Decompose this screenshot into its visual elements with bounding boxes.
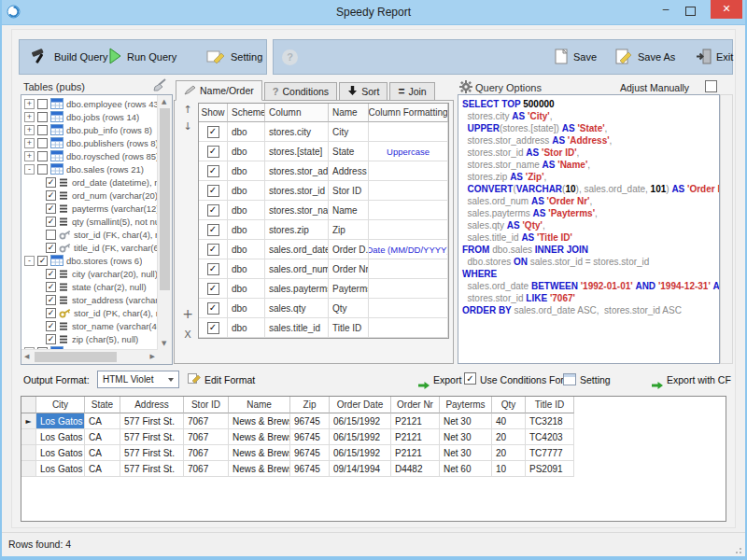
tree-checkbox[interactable] xyxy=(37,164,48,175)
results-cell[interactable]: 06/15/1992 xyxy=(330,413,391,429)
tree-checkbox[interactable] xyxy=(46,308,56,318)
show-checkbox[interactable] xyxy=(207,185,219,197)
move-up-button[interactable]: ↑ xyxy=(179,104,196,116)
row-selector[interactable]: ► xyxy=(21,413,36,429)
results-cell[interactable]: 577 First St. xyxy=(120,461,184,477)
results-column-header[interactable]: Title ID xyxy=(526,397,574,413)
results-cell[interactable]: CA xyxy=(85,445,120,461)
name-cell[interactable]: Qty xyxy=(329,299,369,318)
results-cell[interactable]: Los Gatos xyxy=(36,413,85,429)
tree-checkbox[interactable] xyxy=(46,282,56,292)
results-cell[interactable]: PS2091 xyxy=(526,461,574,477)
tree-item-column[interactable]: stor_id (PK, char(4), nc xyxy=(22,306,157,319)
results-cell[interactable]: Net 30 xyxy=(440,429,492,445)
tree-checkbox[interactable] xyxy=(46,177,56,188)
tab-join[interactable]: =Join xyxy=(389,82,434,101)
results-column-header[interactable]: Address xyxy=(120,397,184,413)
tree-checkbox[interactable] xyxy=(46,243,56,253)
formatting-cell[interactable] xyxy=(369,318,448,338)
results-cell[interactable]: 20 xyxy=(492,429,526,445)
tree-checkbox[interactable] xyxy=(46,230,56,240)
results-column-header[interactable]: Payterms xyxy=(440,397,492,413)
results-cell[interactable]: 09/14/1994 xyxy=(330,461,391,477)
minimize-button[interactable]: – xyxy=(655,1,676,20)
tree-item-table[interactable]: +dbo.jobs (rows 14) xyxy=(22,110,157,123)
show-checkbox[interactable] xyxy=(207,224,219,236)
tree-hscroll-thumb[interactable] xyxy=(35,352,117,362)
formatting-cell[interactable]: Uppercase xyxy=(369,142,448,161)
formatting-cell[interactable] xyxy=(369,279,448,299)
results-cell[interactable]: Net 60 xyxy=(440,461,492,477)
results-cell[interactable]: Net 30 xyxy=(440,413,492,429)
adjust-manually-checkbox[interactable] xyxy=(705,80,717,92)
show-checkbox[interactable] xyxy=(207,126,219,138)
results-cell[interactable]: Net 30 xyxy=(440,445,492,461)
show-cell[interactable] xyxy=(199,279,228,299)
scheme-cell[interactable]: dbo xyxy=(228,142,265,161)
show-checkbox[interactable] xyxy=(207,322,219,334)
results-cell[interactable]: 96745 xyxy=(290,461,330,477)
show-cell[interactable] xyxy=(199,181,228,201)
column-cell[interactable]: sales.ord_date xyxy=(265,240,329,259)
scheme-cell[interactable]: dbo xyxy=(228,201,265,220)
tree-checkbox[interactable] xyxy=(46,295,56,305)
results-column-header[interactable]: State xyxy=(85,397,120,413)
results-cell[interactable]: 7067 xyxy=(184,461,229,477)
results-cell[interactable]: Los Gatos xyxy=(36,461,85,477)
results-cell[interactable]: P2121 xyxy=(391,445,440,461)
column-cell[interactable]: sales.title_id xyxy=(265,318,329,338)
results-cell[interactable]: 7067 xyxy=(184,445,229,461)
results-column-header[interactable]: City xyxy=(36,397,85,413)
run-query-button[interactable]: Run Query xyxy=(108,40,176,74)
show-cell[interactable] xyxy=(199,299,228,318)
maximize-button[interactable] xyxy=(680,1,700,20)
show-cell[interactable] xyxy=(199,318,228,338)
results-cell[interactable]: 577 First St. xyxy=(120,445,184,461)
tree-item-column[interactable]: ord_num (varchar(20), xyxy=(22,189,157,202)
tree-checkbox[interactable] xyxy=(37,112,48,122)
results-column-header[interactable]: Name xyxy=(229,397,290,413)
results-cell[interactable]: 20 xyxy=(492,445,526,461)
results-cell[interactable]: 577 First St. xyxy=(120,429,184,445)
scheme-cell[interactable]: dbo xyxy=(228,240,265,259)
column-cell[interactable]: stores.zip xyxy=(265,220,329,240)
results-column-header[interactable]: Qty xyxy=(492,397,526,413)
show-checkbox[interactable] xyxy=(207,204,219,217)
results-column-header[interactable]: Stor ID xyxy=(184,397,229,413)
show-cell[interactable] xyxy=(199,122,228,142)
edit-format-button[interactable]: Edit Format xyxy=(204,374,255,385)
add-row-button[interactable]: + xyxy=(179,306,196,321)
tree-checkbox[interactable] xyxy=(46,203,56,214)
exit-button[interactable]: Exit xyxy=(696,40,733,74)
tree-horizontal-scrollbar[interactable]: ◀ ▶ xyxy=(21,349,158,364)
scroll-right-icon[interactable]: ▶ xyxy=(150,353,155,360)
scroll-down-icon[interactable]: ▼ xyxy=(162,340,166,347)
show-checkbox[interactable] xyxy=(207,165,219,177)
name-cell[interactable]: Payterms xyxy=(329,279,369,299)
name-cell[interactable]: State xyxy=(329,142,369,161)
format-setting-button[interactable]: Setting xyxy=(580,374,611,385)
show-checkbox[interactable] xyxy=(207,146,219,158)
results-cell[interactable]: News & Brews xyxy=(229,461,290,477)
tree-checkbox[interactable] xyxy=(46,190,56,201)
show-checkbox[interactable] xyxy=(207,244,219,256)
results-cell[interactable]: 06/15/1992 xyxy=(330,429,391,445)
show-checkbox[interactable] xyxy=(207,283,219,295)
formatting-cell[interactable] xyxy=(369,299,448,318)
scheme-cell[interactable]: dbo xyxy=(228,161,265,181)
tree-item-column[interactable]: stor_id (FK, char(4), nc xyxy=(22,228,157,241)
tree-checkbox[interactable] xyxy=(37,151,48,161)
results-cell[interactable]: P2121 xyxy=(391,413,440,429)
name-order-column-header[interactable]: Scheme xyxy=(228,104,265,122)
close-button[interactable]: ✕ xyxy=(711,0,742,19)
tree-checkbox[interactable] xyxy=(46,334,56,344)
tree-checkbox[interactable] xyxy=(37,125,48,135)
results-cell[interactable]: 96745 xyxy=(290,413,330,429)
use-conditions-form-checkbox[interactable] xyxy=(464,372,476,385)
results-cell[interactable]: P2121 xyxy=(391,429,440,445)
formatting-cell[interactable] xyxy=(369,259,448,279)
tab-sort[interactable]: Sort xyxy=(339,82,388,101)
show-cell[interactable] xyxy=(199,161,228,181)
name-cell[interactable]: Address xyxy=(329,161,369,181)
scheme-cell[interactable]: dbo xyxy=(228,259,265,279)
